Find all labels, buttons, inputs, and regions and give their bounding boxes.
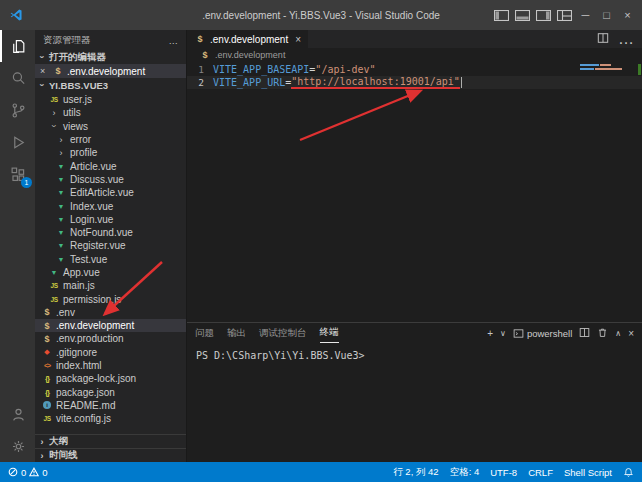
explorer-icon[interactable] [0, 30, 35, 62]
cursor-position[interactable]: 行 2, 列 42 [393, 466, 438, 479]
new-terminal-icon[interactable]: + [487, 328, 493, 339]
customize-layout-icon[interactable] [554, 4, 575, 26]
tree-item-vite.config.js[interactable]: JSvite.config.js [35, 412, 186, 425]
env-file-icon: $ [41, 321, 53, 331]
tree-item-EditArticle.vue[interactable]: ▼EditArticle.vue [35, 186, 186, 199]
source-control-icon[interactable] [0, 94, 35, 126]
tree-item-main.js[interactable]: JSmain.js [35, 279, 186, 292]
open-editor-item[interactable]: × $ .env.development [35, 64, 186, 78]
overview-ruler-change-mark [638, 64, 641, 75]
tab-env-development[interactable]: $ .env.development × [187, 30, 308, 48]
close-tab-icon[interactable]: × [295, 34, 301, 45]
tree-item-Discuss.vue[interactable]: ▼Discuss.vue [35, 173, 186, 186]
maximize-window-icon[interactable]: □ [596, 4, 617, 26]
tree-item-.env[interactable]: $.env [35, 306, 186, 319]
tree-item-Login.vue[interactable]: ▼Login.vue [35, 213, 186, 226]
tree-item-permission.js[interactable]: JSpermission.js [35, 292, 186, 305]
timeline-label: 时间线 [49, 449, 78, 462]
close-editor-icon[interactable]: × [40, 66, 49, 76]
outline-section-header[interactable]: › 大纲 [35, 434, 186, 448]
tree-item-package-lock.json[interactable]: {}package-lock.json [35, 372, 186, 385]
sidebar-more-actions-icon[interactable]: … [169, 35, 179, 46]
notifications-bell-icon[interactable] [623, 467, 634, 478]
tab-terminal[interactable]: 终端 [320, 323, 339, 343]
tree-item-.env.development[interactable]: $.env.development [35, 319, 186, 332]
tree-item-NotFound.vue[interactable]: ▼NotFound.vue [35, 226, 186, 239]
extensions-icon[interactable]: 1 [0, 158, 35, 190]
language-mode[interactable]: Shell Script [564, 467, 612, 478]
terminal-dropdown-icon[interactable]: ∨ [500, 329, 506, 338]
vscode-window: .env.development - Yi.BBS.Vue3 - Visual … [0, 0, 642, 482]
tree-item-.env.production[interactable]: $.env.production [35, 332, 186, 345]
minimap[interactable] [580, 64, 634, 72]
bottom-panel: 问题 输出 调试控制台 终端 + ∨ powershell [187, 322, 642, 462]
file-name: Test.vue [70, 254, 107, 265]
tree-item-Test.vue[interactable]: ▼Test.vue [35, 253, 186, 266]
tree-item-views[interactable]: ›views [35, 120, 186, 133]
open-editors-header[interactable]: › 打开的编辑器 [35, 50, 186, 64]
file-name: Register.vue [70, 240, 126, 251]
tree-item-profile[interactable]: ›profile [35, 146, 186, 159]
vue-file-icon: ▼ [48, 269, 60, 276]
tree-item-Index.vue[interactable]: ▼Index.vue [35, 199, 186, 212]
env-file-icon: $ [41, 307, 53, 317]
tree-item-package.json[interactable]: {}package.json [35, 386, 186, 399]
sidebar-title: 资源管理器 [43, 34, 91, 47]
env-file-icon: $ [41, 334, 53, 344]
tab-debug-console[interactable]: 调试控制台 [259, 323, 307, 343]
env-var-value: "/api-dev" [315, 64, 375, 75]
split-terminal-icon[interactable] [579, 327, 590, 340]
toggle-panel-icon[interactable] [512, 4, 533, 26]
tree-item-index.html[interactable]: <>index.html [35, 359, 186, 372]
end-of-line[interactable]: CRLF [528, 467, 553, 478]
close-window-icon[interactable]: × [617, 4, 638, 26]
breadcrumb[interactable]: $ .env.development [187, 48, 642, 61]
file-name: permission.js [63, 294, 121, 305]
file-name: Discuss.vue [70, 174, 124, 185]
code-line-1[interactable]: 1 VITE_APP_BASEAPI = "/api-dev" [187, 63, 642, 76]
terminal-shell-selector[interactable]: powershell [513, 328, 572, 339]
kill-terminal-trash-icon[interactable] [597, 327, 608, 340]
problems-status[interactable]: 0 0 [8, 467, 48, 478]
git-file-icon: ◆ [41, 348, 53, 356]
maximize-panel-icon[interactable]: ∧ [615, 329, 621, 338]
tree-item-error[interactable]: ›error [35, 133, 186, 146]
search-icon[interactable] [0, 62, 35, 94]
toggle-primary-sidebar-icon[interactable] [491, 4, 512, 26]
tree-item-README.md[interactable]: iREADME.md [35, 399, 186, 412]
tree-item-.gitignore[interactable]: ◆.gitignore [35, 346, 186, 359]
split-editor-icon[interactable] [597, 30, 609, 48]
project-root-header[interactable]: › YI.BBS.VUE3 [35, 78, 186, 92]
chevron-right-icon: › [55, 135, 67, 145]
close-panel-icon[interactable]: × [628, 328, 634, 339]
minimize-window-icon[interactable]: ─ [575, 4, 596, 26]
tree-item-App.vue[interactable]: ▼App.vue [35, 266, 186, 279]
file-name: error [70, 134, 91, 145]
js-file-icon: JS [48, 282, 60, 289]
tree-item-utils[interactable]: ›utils [35, 106, 186, 119]
indentation[interactable]: 空格: 4 [450, 466, 480, 479]
code-line-2[interactable]: 2 VITE_APP_URL = "http://localhost:19001… [187, 76, 642, 89]
editor-group: $ .env.development × … $ .env.developmen… [187, 30, 642, 462]
run-debug-icon[interactable] [0, 126, 35, 158]
settings-gear-icon[interactable] [0, 430, 35, 462]
account-icon[interactable] [0, 398, 35, 430]
code-editor[interactable]: 1 VITE_APP_BASEAPI = "/api-dev" 2 VITE_A… [187, 61, 642, 322]
toggle-secondary-sidebar-icon[interactable] [533, 4, 554, 26]
tab-label: .env.development [210, 34, 288, 45]
terminal-output[interactable]: PS D:\CSharp\Yi\Yi.BBS.Vue3> [187, 343, 642, 462]
env-file-icon: $ [194, 34, 206, 44]
file-name: package.json [56, 387, 115, 398]
editor-more-actions-icon[interactable]: … [618, 30, 634, 48]
file-name: package-lock.json [56, 373, 136, 384]
line-number: 1 [187, 64, 213, 75]
tab-problems[interactable]: 问题 [195, 323, 214, 343]
file-name: vite.config.js [56, 413, 111, 424]
tab-output[interactable]: 输出 [227, 323, 246, 343]
tree-item-user.js[interactable]: JSuser.js [35, 93, 186, 106]
encoding[interactable]: UTF-8 [490, 467, 517, 478]
tree-item-Article.vue[interactable]: ▼Article.vue [35, 159, 186, 172]
tree-item-Register.vue[interactable]: ▼Register.vue [35, 239, 186, 252]
panel-actions: + ∨ powershell ∧ × [487, 327, 634, 340]
timeline-section-header[interactable]: › 时间线 [35, 448, 186, 462]
